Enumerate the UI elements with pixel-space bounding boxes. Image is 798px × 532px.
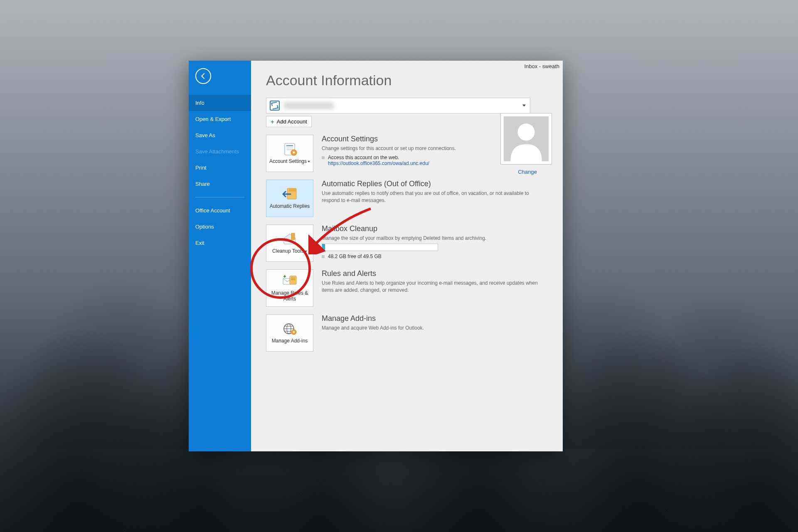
- section-title: Rules and Alerts: [322, 269, 546, 278]
- add-account-label: Add Account: [277, 118, 307, 125]
- section-desc: Use Rules and Alerts to help organize yo…: [322, 280, 546, 294]
- section-manage-addins: Manage Add-ins Manage Add-ins Manage and…: [266, 314, 563, 352]
- chevron-down-icon: [522, 105, 526, 107]
- tile-label: Manage Rules & Alerts: [268, 290, 311, 302]
- back-button[interactable]: [195, 68, 211, 84]
- section-automatic-replies: Automatic Replies Automatic Replies (Out…: [266, 180, 563, 217]
- bullet-square-icon: [322, 156, 325, 159]
- manage-addins-button[interactable]: Manage Add-ins: [266, 314, 313, 352]
- backstage-content: Account Information + Add Account Change: [251, 61, 563, 451]
- chevron-down-icon: [305, 251, 307, 252]
- svg-rect-8: [289, 188, 296, 192]
- tile-label: Cleanup Tools: [272, 248, 307, 254]
- svg-rect-13: [291, 278, 295, 278]
- nav-print[interactable]: Print: [189, 160, 251, 176]
- backstage-sidebar: Info Open & Export Save As Save Attachme…: [189, 61, 251, 451]
- page-title: Account Information: [266, 72, 563, 89]
- nav-save-attachments: Save Attachments: [189, 143, 251, 160]
- mailbox-storage-bar: [322, 244, 438, 251]
- exchange-icon: [270, 101, 280, 111]
- nav-exit[interactable]: Exit: [189, 235, 251, 251]
- svg-rect-3: [286, 148, 293, 148]
- tile-label: Automatic Replies: [270, 203, 310, 209]
- profile-avatar-block: Change: [500, 113, 554, 175]
- svg-point-0: [517, 123, 534, 140]
- nav-office-account[interactable]: Office Account: [189, 202, 251, 219]
- section-desc: Manage the size of your mailbox by empty…: [322, 235, 546, 242]
- change-photo-link[interactable]: Change: [500, 169, 554, 175]
- chevron-down-icon: [308, 161, 310, 163]
- svg-point-18: [293, 331, 295, 333]
- automatic-replies-icon: [281, 187, 298, 201]
- section-rules-alerts: Manage Rules & Alerts Rules and Alerts U…: [266, 269, 563, 307]
- account-selector[interactable]: [266, 98, 530, 113]
- nav-share[interactable]: Share: [189, 176, 251, 192]
- section-title: Account Settings: [322, 135, 488, 143]
- manage-addins-icon: [281, 322, 298, 335]
- svg-rect-2: [286, 145, 293, 146]
- section-desc: Use automatic replies to notify others t…: [322, 190, 546, 204]
- mailbox-storage-used: [322, 244, 325, 251]
- cleanup-tools-icon: [281, 232, 298, 246]
- svg-rect-14: [291, 279, 295, 280]
- add-account-button[interactable]: + Add Account: [266, 116, 312, 127]
- section-title: Manage Add-ins: [322, 314, 546, 323]
- tile-label: Account Settings: [269, 158, 310, 164]
- automatic-replies-button[interactable]: Automatic Replies: [266, 180, 313, 217]
- svg-rect-4: [286, 149, 293, 150]
- owa-url-link[interactable]: https://outlook.office365.com/owa/ad.unc…: [328, 160, 429, 166]
- manage-rules-button[interactable]: Manage Rules & Alerts: [266, 269, 313, 307]
- section-title: Mailbox Cleanup: [322, 224, 546, 233]
- svg-rect-10: [291, 233, 295, 240]
- nav-info[interactable]: Info: [189, 95, 251, 111]
- account-name-blurred: [284, 102, 334, 109]
- bullet-square-icon: [322, 255, 325, 258]
- section-title: Automatic Replies (Out of Office): [322, 180, 546, 188]
- cleanup-tools-button[interactable]: Cleanup Tools: [266, 224, 313, 262]
- person-placeholder-icon: [504, 116, 549, 161]
- nav-save-as[interactable]: Save As: [189, 127, 251, 143]
- arrow-left-icon: [200, 72, 207, 80]
- svg-point-6: [293, 152, 295, 154]
- outlook-backstage-window: Inbox - sweath Info Open & Export Save A…: [189, 61, 563, 451]
- avatar: [500, 113, 552, 165]
- rules-alerts-icon: [281, 274, 298, 288]
- bullet-text: Access this account on the web.: [328, 155, 429, 160]
- section-mailbox-cleanup: Cleanup Tools Mailbox Cleanup Manage the…: [266, 224, 563, 262]
- nav-options[interactable]: Options: [189, 219, 251, 235]
- section-desc: Change settings for this account or set …: [322, 145, 488, 152]
- nav-open-export[interactable]: Open & Export: [189, 111, 251, 127]
- plus-icon: +: [271, 118, 274, 125]
- nav-divider: [195, 197, 244, 197]
- account-settings-icon: [281, 143, 298, 156]
- tile-label: Manage Add-ins: [272, 338, 308, 344]
- account-settings-button[interactable]: Account Settings: [266, 135, 313, 172]
- section-desc: Manage and acquire Web Add-ins for Outlo…: [322, 325, 546, 332]
- storage-text: 48.2 GB free of 49.5 GB: [328, 254, 382, 259]
